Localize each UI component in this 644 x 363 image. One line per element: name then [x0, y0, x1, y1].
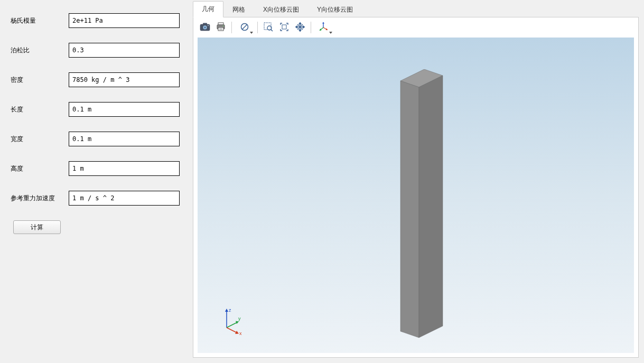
visualization-panel: 几何 网格 X向位移云图 Y向位移云图 [190, 0, 644, 363]
svg-rect-7 [218, 27, 223, 31]
chevron-down-icon [329, 32, 332, 34]
label-length: 长度 [11, 105, 69, 114]
tab-mesh[interactable]: 网格 [223, 2, 254, 17]
svg-marker-35 [225, 309, 228, 312]
compute-button[interactable]: 计算 [13, 220, 61, 234]
input-youngs-modulus[interactable] [69, 13, 180, 28]
label-height: 高度 [11, 164, 69, 173]
tab-y-displacement[interactable]: Y向位移云图 [308, 2, 362, 17]
3d-viewport[interactable]: z y x [198, 38, 634, 353]
label-width: 宽度 [11, 135, 69, 144]
svg-line-12 [242, 24, 247, 29]
svg-marker-24 [303, 26, 305, 28]
field-height: 高度 [11, 161, 180, 176]
svg-rect-16 [282, 25, 286, 29]
print-button[interactable] [213, 20, 228, 35]
input-length[interactable] [69, 102, 180, 117]
svg-line-36 [227, 322, 237, 328]
input-density[interactable] [69, 72, 180, 87]
field-poisson-ratio: 泊松比 [11, 43, 180, 58]
field-length: 长度 [11, 102, 180, 117]
input-height[interactable] [69, 161, 180, 176]
toolbar-separator [311, 22, 311, 33]
svg-line-38 [227, 328, 237, 333]
print-icon [216, 22, 226, 33]
cross-arrows-icon [295, 22, 305, 33]
viewport-toolbar [193, 17, 638, 38]
axis-x-label: x [239, 331, 242, 336]
beam-geometry [393, 69, 451, 340]
axis-z-label: z [229, 308, 231, 313]
axis-indicator: z y x [216, 306, 248, 337]
svg-marker-22 [299, 30, 301, 31]
label-gravity: 参考重力加速度 [11, 194, 69, 203]
field-youngs-modulus: 杨氏模量 [11, 13, 180, 28]
pan-button[interactable] [293, 20, 307, 35]
input-width[interactable] [69, 132, 180, 146]
svg-point-4 [208, 25, 209, 26]
parameters-panel: 杨氏模量 泊松比 密度 长度 宽度 高度 参考重力加速度 计算 [0, 0, 190, 363]
field-gravity: 参考重力加速度 [11, 191, 180, 206]
input-gravity[interactable] [69, 191, 180, 206]
label-poisson-ratio: 泊松比 [11, 46, 69, 55]
tab-geometry[interactable]: 几何 [193, 1, 223, 17]
no-entry-icon [240, 23, 249, 33]
screenshot-button[interactable] [198, 20, 212, 35]
input-poisson-ratio[interactable] [69, 43, 180, 58]
axis-gizmo-icon [319, 22, 329, 34]
selection-mode-button[interactable] [235, 20, 254, 35]
label-youngs-modulus: 杨氏模量 [11, 16, 69, 25]
tab-bar: 几何 网格 X向位移云图 Y向位移云图 [193, 3, 639, 17]
svg-marker-26 [322, 22, 324, 23]
field-width: 宽度 [11, 132, 180, 146]
svg-marker-32 [400, 81, 419, 338]
axis-y-label: y [238, 316, 241, 321]
chevron-down-icon [250, 32, 253, 34]
fit-icon [279, 22, 289, 33]
svg-marker-21 [299, 22, 301, 24]
svg-point-10 [223, 25, 223, 26]
zoom-fit-button[interactable] [277, 20, 292, 35]
camera-icon [200, 23, 210, 33]
svg-line-15 [271, 30, 273, 31]
svg-point-3 [204, 26, 206, 29]
label-density: 密度 [11, 76, 69, 85]
zoom-box-icon [264, 22, 273, 33]
viewport-container: z y x [193, 17, 639, 358]
svg-marker-23 [296, 26, 297, 28]
svg-rect-5 [218, 23, 223, 25]
svg-rect-1 [203, 23, 207, 24]
view-orientation-button[interactable] [314, 20, 333, 35]
toolbar-separator [257, 22, 258, 33]
zoom-box-button[interactable] [261, 20, 276, 35]
svg-marker-33 [419, 76, 443, 338]
field-density: 密度 [11, 72, 180, 87]
tab-x-displacement[interactable]: X向位移云图 [254, 2, 308, 17]
toolbar-separator [231, 22, 232, 33]
